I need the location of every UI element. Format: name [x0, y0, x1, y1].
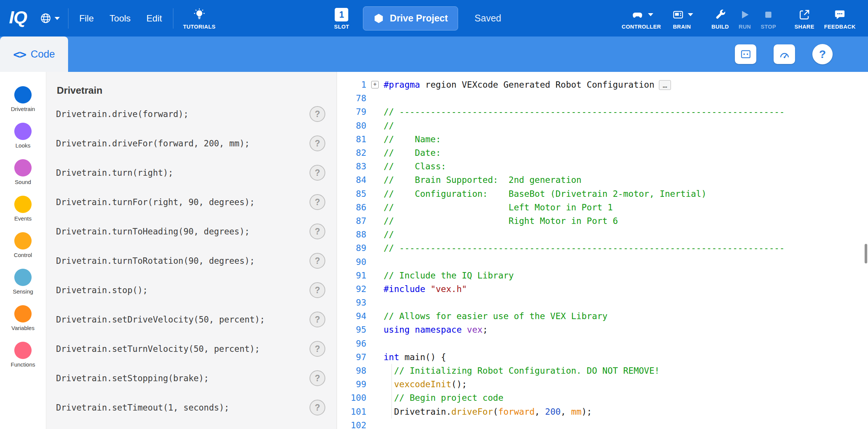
command-row[interactable]: Drivetrain.setDriveVelocity(50, percent)… [56, 305, 325, 334]
category-functions[interactable]: Functions [11, 342, 35, 368]
command-help-button[interactable]: ? [310, 194, 325, 210]
share-label: SHARE [794, 24, 814, 30]
command-row[interactable]: Drivetrain.turn(right);? [56, 158, 325, 187]
command-help-button[interactable]: ? [310, 370, 325, 386]
help-button[interactable]: ? [812, 44, 833, 64]
tab-code[interactable]: <> Code [0, 37, 68, 72]
category-circle-sound[interactable] [14, 159, 32, 176]
brain-button[interactable]: BRAIN [671, 7, 693, 30]
category-events[interactable]: Events [14, 196, 32, 222]
project-name: Drive Project [390, 13, 448, 24]
scrollbar-thumb[interactable] [865, 244, 867, 263]
menu-edit[interactable]: Edit [138, 13, 170, 24]
code-line[interactable]: 94// Allows for easier use of the VEX Li… [337, 309, 868, 323]
category-variables[interactable]: Variables [11, 305, 34, 331]
code-line[interactable]: 80// [337, 119, 868, 132]
share-button[interactable]: SHARE [794, 7, 814, 30]
code-line[interactable]: 87// Right Motor in Port 6 [337, 214, 868, 228]
command-help-button[interactable]: ? [310, 253, 325, 269]
command-help-button[interactable]: ? [310, 400, 325, 415]
code-line[interactable]: 82// Date: [337, 146, 868, 160]
code-line[interactable]: 92#include "vex.h" [337, 282, 868, 296]
menu-tools[interactable]: Tools [102, 13, 138, 24]
category-circle-control[interactable] [14, 232, 32, 249]
category-sound[interactable]: Sound [14, 159, 32, 185]
command-help-button[interactable]: ? [310, 224, 325, 239]
command-text: Drivetrain.drive(forward); [56, 109, 188, 119]
line-number: 87 [337, 216, 366, 226]
code-line[interactable]: 95using namespace vex; [337, 323, 868, 336]
code-line[interactable]: 88// [337, 228, 868, 241]
code-line[interactable]: 86// Left Motor in Port 1 [337, 201, 868, 214]
brain-label: BRAIN [673, 24, 691, 30]
command-help-button[interactable]: ? [310, 165, 325, 181]
code-line[interactable]: 93 [337, 296, 868, 309]
command-panel: Drivetrain Drivetrain.drive(forward);?Dr… [46, 72, 337, 429]
slot-button[interactable]: 1 SLOT [334, 7, 349, 30]
command-row[interactable]: Drivetrain.setTimeout(1, seconds);? [56, 393, 325, 422]
command-row[interactable]: Drivetrain.turnToHeading(90, degrees);? [56, 217, 325, 246]
code-line[interactable]: 1+#pragma region VEXcode Generated Robot… [337, 78, 868, 91]
command-row[interactable]: Drivetrain.turnFor(right, 90, degrees);? [56, 187, 325, 217]
command-help-button[interactable]: ? [310, 312, 325, 327]
code-line[interactable]: 81// Name: [337, 132, 868, 146]
code-line[interactable]: 78 [337, 91, 868, 105]
devices-button[interactable] [735, 44, 756, 64]
code-editor[interactable]: 1+#pragma region VEXcode Generated Robot… [337, 72, 868, 429]
command-text: Drivetrain.setTurnVelocity(50, percent); [56, 344, 260, 354]
command-row[interactable]: Drivetrain.drive(forward);? [56, 99, 325, 129]
code-line[interactable]: 84// Brain Supported: 2nd generation [337, 173, 868, 187]
command-help-button[interactable]: ? [310, 341, 325, 357]
command-help-button[interactable]: ? [310, 135, 325, 151]
category-looks[interactable]: Looks [14, 123, 32, 149]
controller-button[interactable]: CONTROLLER [622, 7, 661, 30]
category-circle-variables[interactable] [14, 305, 32, 323]
category-circle-sensing[interactable] [14, 269, 32, 286]
code-line[interactable]: 83// Class: [337, 160, 868, 173]
category-control[interactable]: Control [14, 232, 32, 258]
language-menu-button[interactable] [35, 12, 65, 24]
category-circle-drivetrain[interactable] [14, 86, 32, 103]
code-line[interactable]: 102 [337, 418, 868, 429]
code-line[interactable]: 89// -----------------------------------… [337, 241, 868, 255]
category-circle-functions[interactable] [14, 342, 32, 359]
build-button[interactable]: BUILD [712, 7, 729, 30]
command-row[interactable]: Drivetrain.stop();? [56, 275, 325, 305]
command-text: Drivetrain.setDriveVelocity(50, percent)… [56, 315, 265, 324]
category-sensing[interactable]: Sensing [13, 269, 33, 295]
code-line[interactable]: 98 // Initializing Robot Configuration. … [337, 364, 868, 377]
code-line[interactable]: 97int main() { [337, 350, 868, 364]
category-circle-looks[interactable] [14, 123, 32, 140]
code-line[interactable]: 90 [337, 255, 868, 268]
vexcode-iq-app: IQ File Tools Edit TUTORIALS [0, 0, 868, 429]
dashboard-button[interactable] [774, 44, 795, 64]
line-number: 88 [337, 230, 366, 239]
slot-number-icon: 1 [335, 8, 348, 21]
run-button[interactable]: RUN [739, 7, 751, 30]
code-line[interactable]: 79// -----------------------------------… [337, 105, 868, 119]
command-row[interactable]: Drivetrain.driveFor(forward, 200, mm);? [56, 129, 325, 158]
code-line[interactable]: 96 [337, 337, 868, 350]
code-line[interactable]: 101 Drivetrain.driveFor(forward, 200, mm… [337, 405, 868, 418]
code-line[interactable]: 99 vexcodeInit(); [337, 377, 868, 391]
fold-toggle-icon[interactable]: + [371, 81, 379, 88]
collapsed-region-icon[interactable]: … [659, 80, 671, 90]
project-name-button[interactable]: Drive Project [363, 6, 458, 30]
command-help-button[interactable]: ? [310, 106, 325, 122]
code-text: // Class: [384, 161, 446, 171]
command-row[interactable]: Drivetrain.turnToRotation(90, degrees);? [56, 246, 325, 275]
code-line[interactable]: 100 // Begin project code [337, 391, 868, 405]
command-row[interactable]: Drivetrain.setStopping(brake);? [56, 364, 325, 393]
stop-button[interactable]: STOP [761, 7, 776, 30]
command-row[interactable]: Drivetrain.setTurnVelocity(50, percent);… [56, 334, 325, 364]
line-number: 101 [337, 407, 366, 417]
code-line[interactable]: 85// Configuration: BaseBot (Drivetrain … [337, 187, 868, 201]
category-drivetrain[interactable]: Drivetrain [11, 86, 35, 112]
command-help-button[interactable]: ? [310, 282, 325, 298]
code-line[interactable]: 91// Include the IQ Library [337, 269, 868, 282]
feedback-button[interactable]: FEEDBACK [824, 7, 856, 30]
line-number: 100 [337, 393, 366, 403]
tutorials-button[interactable]: TUTORIALS [183, 7, 215, 30]
menu-file[interactable]: File [71, 13, 102, 24]
category-circle-events[interactable] [14, 196, 32, 213]
